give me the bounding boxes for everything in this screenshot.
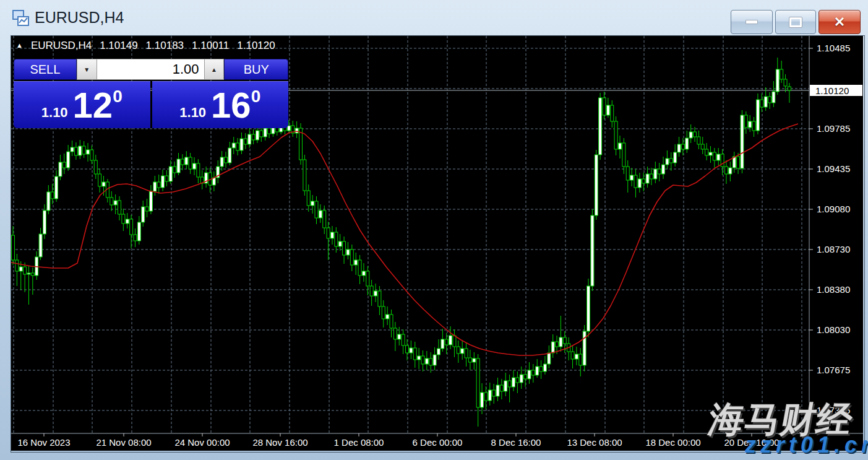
candle-body: [393, 328, 397, 339]
candle-body: [713, 152, 716, 160]
candle-body: [82, 146, 85, 154]
candle-body: [575, 354, 578, 359]
candle-body: [240, 139, 243, 150]
candle-body: [587, 286, 590, 331]
candle-body: [197, 163, 200, 177]
candle-body: [315, 201, 318, 218]
candle-body: [110, 197, 113, 205]
candle-body: [248, 134, 251, 144]
candle-body: [516, 378, 519, 383]
candle-body: [142, 207, 145, 222]
candle-body: [492, 390, 496, 396]
buy-price-panel[interactable]: 1.10 16 0: [152, 81, 289, 128]
candle-body: [760, 100, 763, 107]
candle-body: [378, 291, 381, 306]
candle-body: [449, 336, 452, 345]
candle-body: [244, 139, 247, 144]
candle-body: [130, 219, 133, 235]
candle-body: [382, 306, 385, 319]
candle-body: [556, 342, 559, 347]
candle-body: [27, 273, 30, 274]
candle-body: [674, 152, 677, 163]
candle-body: [62, 162, 66, 168]
volume-down-button[interactable]: ▼: [77, 59, 97, 80]
sell-button[interactable]: SELL: [14, 59, 77, 80]
candle-body: [390, 315, 393, 328]
candle-body: [508, 381, 511, 387]
candle-body: [512, 378, 515, 387]
sell-price-panel[interactable]: 1.10 12 0: [14, 81, 150, 128]
candle-body: [260, 131, 263, 137]
ohlc-header: ▲ EURUSD,H4 1.10149 1.10183 1.10011 1.10…: [16, 40, 275, 52]
candle-body: [406, 345, 409, 353]
candle-body: [71, 147, 74, 152]
candle-body: [496, 385, 499, 396]
candle-body: [788, 87, 791, 90]
candle-body: [181, 159, 184, 165]
candle-body: [410, 348, 413, 353]
candle-body: [386, 315, 389, 319]
candle-body: [646, 174, 649, 183]
candle-body: [650, 174, 653, 179]
candle-body: [256, 131, 259, 140]
candle-body: [370, 286, 373, 296]
candle-body: [193, 163, 196, 169]
candle-body: [626, 167, 629, 180]
candle-body: [134, 235, 137, 241]
header-symbol: EURUSD,H4: [31, 40, 92, 52]
collapse-triangle-icon[interactable]: ▲: [16, 41, 23, 49]
candle-body: [559, 337, 562, 347]
candle-body: [749, 121, 752, 128]
candle-body: [784, 79, 787, 86]
candle-body: [571, 352, 574, 359]
candle-body: [717, 154, 720, 160]
candle-body: [118, 201, 121, 214]
candle-body: [579, 354, 582, 365]
candle-body: [252, 134, 255, 140]
price-axis[interactable]: [809, 36, 863, 433]
candle-body: [295, 128, 298, 133]
candle-body: [173, 167, 176, 173]
candle-body: [355, 260, 358, 265]
volume-input[interactable]: [97, 59, 204, 80]
candle-body: [488, 390, 491, 401]
candle-body: [666, 158, 669, 165]
candle-body: [599, 98, 602, 155]
candle-body: [709, 152, 712, 155]
candle-body: [39, 234, 42, 257]
candle-body: [47, 192, 50, 210]
candle-body: [772, 92, 775, 103]
buy-button[interactable]: BUY: [224, 59, 288, 80]
sell-big-figure: 1.10: [41, 105, 68, 121]
candle-body: [531, 370, 535, 375]
buy-big-figure: 1.10: [179, 105, 206, 121]
candle-body: [418, 356, 421, 360]
buy-pipette: 0: [251, 87, 261, 106]
candle-body: [15, 260, 19, 271]
candle-body: [465, 349, 468, 358]
candle-body: [768, 97, 771, 103]
candle-body: [614, 121, 617, 149]
candle-body: [169, 167, 172, 181]
candle-body: [102, 182, 105, 186]
candle-body: [366, 271, 369, 286]
header-open: 1.10149: [100, 40, 137, 52]
candle-body: [311, 201, 314, 206]
candle-body: [654, 169, 657, 179]
candle-body: [551, 342, 554, 353]
candle-body: [122, 214, 125, 223]
candle-body: [425, 358, 428, 364]
candle-body: [701, 144, 704, 149]
candle-body: [756, 100, 759, 131]
candle-body: [548, 353, 551, 364]
candle-body: [374, 291, 377, 296]
volume-up-button[interactable]: ▲: [204, 59, 225, 80]
candle-body: [31, 273, 34, 276]
candle-body: [689, 132, 692, 138]
candle-body: [362, 271, 365, 276]
time-axis[interactable]: [11, 433, 809, 451]
candle-body: [335, 232, 338, 246]
candle-body: [528, 370, 531, 379]
candle-body: [484, 393, 488, 401]
candle-body: [24, 267, 27, 274]
